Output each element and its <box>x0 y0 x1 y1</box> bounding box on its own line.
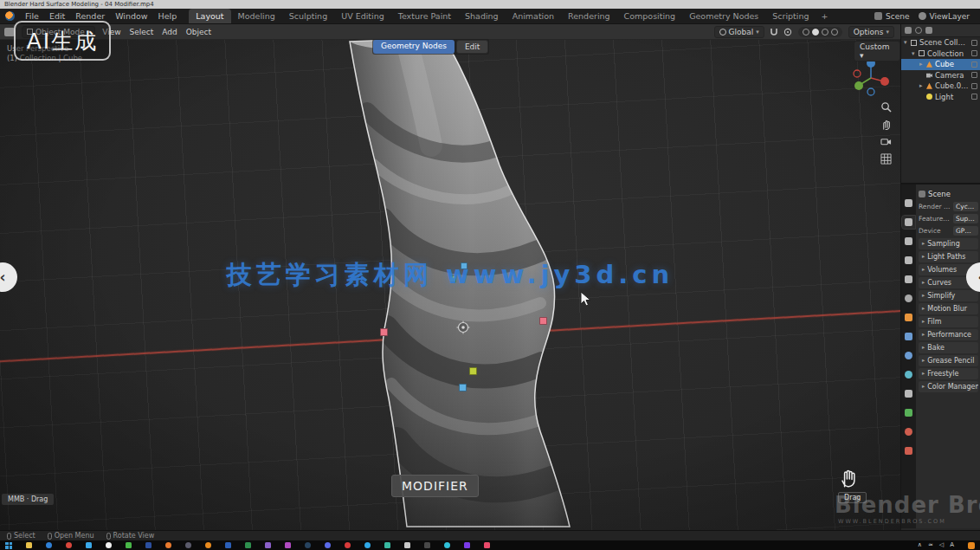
edge-icon[interactable] <box>46 542 52 548</box>
vlc-icon[interactable] <box>205 542 211 548</box>
netdisk-icon[interactable] <box>384 542 390 548</box>
property-section-header[interactable]: ▸ Grease Pencil <box>919 355 978 367</box>
outliner-item[interactable]: ▸ Cube <box>901 59 980 70</box>
add-workspace-button[interactable]: + <box>816 11 834 21</box>
outliner-search-icon[interactable] <box>915 27 922 34</box>
viewport-menu-item[interactable]: Add <box>158 24 181 40</box>
app-purple-icon[interactable] <box>464 542 470 548</box>
viewport-3d[interactable]: Object Mode ▾ ViewSelectAddObject Global… <box>0 24 900 530</box>
workspace-tab[interactable]: Shading <box>458 9 506 23</box>
outliner-item[interactable]: ▸ Cube.001 <box>901 81 980 92</box>
expand-arrow[interactable]: ▸ <box>919 61 926 68</box>
vscode-icon[interactable] <box>86 542 92 548</box>
visibility-toggle[interactable] <box>971 94 977 100</box>
wechat-icon[interactable] <box>126 542 132 548</box>
property-section-header[interactable]: ▸ Light Paths <box>919 251 978 263</box>
qq-icon[interactable] <box>106 542 112 548</box>
workspace-tab[interactable]: Layout <box>189 9 230 23</box>
dingtalk-icon[interactable] <box>364 542 371 548</box>
steam-icon[interactable] <box>305 542 311 548</box>
workspace-tab[interactable]: Modeling <box>231 9 282 23</box>
visibility-toggle[interactable] <box>971 72 977 78</box>
property-section-header[interactable]: ▸ Color Management <box>919 381 978 393</box>
outliner-item[interactable]: ▾ Collection <box>901 49 980 60</box>
view-layer-tab[interactable] <box>902 254 915 267</box>
outliner-item[interactable]: Camera <box>901 70 980 81</box>
workspace-tab[interactable]: Animation <box>506 9 561 23</box>
premiere-icon[interactable] <box>265 542 271 548</box>
material-shading-icon[interactable] <box>822 29 828 36</box>
workspace-tab[interactable]: UV Editing <box>334 9 391 23</box>
visibility-toggle[interactable] <box>971 40 977 46</box>
photoshop-icon[interactable] <box>145 542 152 548</box>
viewport-menu-item[interactable]: Select <box>126 24 158 40</box>
snap-magnet-icon[interactable] <box>770 28 778 36</box>
handle-pink-right[interactable] <box>539 317 547 325</box>
outliner-editor-icon[interactable] <box>905 27 912 34</box>
data-tab[interactable] <box>902 406 915 419</box>
render-tab[interactable] <box>902 216 915 229</box>
visibility-toggle[interactable] <box>971 50 977 56</box>
tool-tab[interactable] <box>902 197 915 210</box>
physics-tab[interactable] <box>902 368 915 381</box>
constraints-tab[interactable] <box>902 387 915 400</box>
object-origin-gizmo[interactable] <box>456 320 470 334</box>
particles-tab[interactable] <box>902 349 915 362</box>
property-value-dropdown[interactable]: GPU Compute <box>953 226 978 236</box>
obs-icon[interactable] <box>185 542 191 548</box>
scene-selector[interactable]: Scene <box>886 12 914 21</box>
player-icon[interactable] <box>444 542 450 548</box>
tray-expand-icon[interactable]: ∧ <box>918 540 922 550</box>
texture-tab[interactable] <box>902 444 915 457</box>
wireframe-shading-icon[interactable] <box>803 29 809 36</box>
property-section-header[interactable]: ▸ Performance <box>919 329 978 341</box>
options-dropdown[interactable]: Options ▾ <box>848 26 894 38</box>
aftereffects-icon[interactable] <box>285 542 291 548</box>
object-tab[interactable] <box>902 311 915 324</box>
property-value-dropdown[interactable]: Cycles <box>953 202 978 211</box>
rendered-shading-icon[interactable] <box>831 29 838 36</box>
workspace-tab[interactable]: Texture Paint <box>391 9 458 23</box>
blender-logo-icon[interactable] <box>5 11 15 21</box>
volume-icon[interactable]: ◁ <box>939 540 944 550</box>
property-section-header[interactable]: ▸ Sampling <box>919 238 978 250</box>
scene-tab[interactable] <box>902 273 915 286</box>
workspace-tab[interactable]: Geometry Nodes <box>682 9 765 23</box>
expand-arrow[interactable]: ▾ <box>904 39 911 46</box>
outliner-filter-icon[interactable] <box>925 27 932 34</box>
topbar-menu-item[interactable]: Window <box>110 9 152 24</box>
handle-blue-bottom[interactable] <box>459 384 467 391</box>
output-tab[interactable] <box>902 235 915 248</box>
popup-primary-button[interactable]: Geometry Nodes <box>373 40 455 54</box>
world-tab[interactable] <box>902 292 915 305</box>
visibility-toggle[interactable] <box>971 83 977 89</box>
outliner-item[interactable]: Light <box>901 92 980 103</box>
handle-green-top[interactable] <box>449 275 456 282</box>
network-icon[interactable]: ≈ <box>928 540 933 550</box>
expand-arrow[interactable]: ▾ <box>912 50 919 57</box>
toggle-orthographic-icon[interactable] <box>880 152 893 165</box>
topbar-menu-item[interactable]: Help <box>153 9 183 24</box>
chrome-icon[interactable] <box>66 542 72 548</box>
proportional-editing-icon[interactable] <box>783 28 792 36</box>
handle-blue-top[interactable] <box>461 262 467 269</box>
property-section-header[interactable]: ▸ Bake <box>919 342 978 354</box>
word-icon[interactable] <box>225 542 231 548</box>
outliner-item[interactable]: ▾ Scene Collection <box>901 37 980 49</box>
orientation-dropdown[interactable]: Global ▾ <box>714 26 764 38</box>
handle-pink-left[interactable] <box>380 328 388 336</box>
blender-icon[interactable] <box>165 542 171 548</box>
app-red-icon[interactable] <box>484 542 490 548</box>
workspace-tab[interactable]: Rendering <box>561 9 617 23</box>
property-value-dropdown[interactable]: Supported <box>953 214 978 223</box>
ime-icon[interactable]: A <box>950 540 954 550</box>
excel-icon[interactable] <box>245 542 251 548</box>
expand-arrow[interactable]: ▸ <box>919 82 926 89</box>
modifiers-tab[interactable] <box>902 330 915 343</box>
workspace-tab[interactable]: Scripting <box>765 9 816 23</box>
workspace-tab[interactable]: Sculpting <box>282 9 334 23</box>
property-section-header[interactable]: ▸ Motion Blur <box>919 303 978 315</box>
camera-view-icon[interactable] <box>880 135 893 148</box>
material-tab[interactable] <box>902 425 915 438</box>
discord-icon[interactable] <box>325 542 331 548</box>
